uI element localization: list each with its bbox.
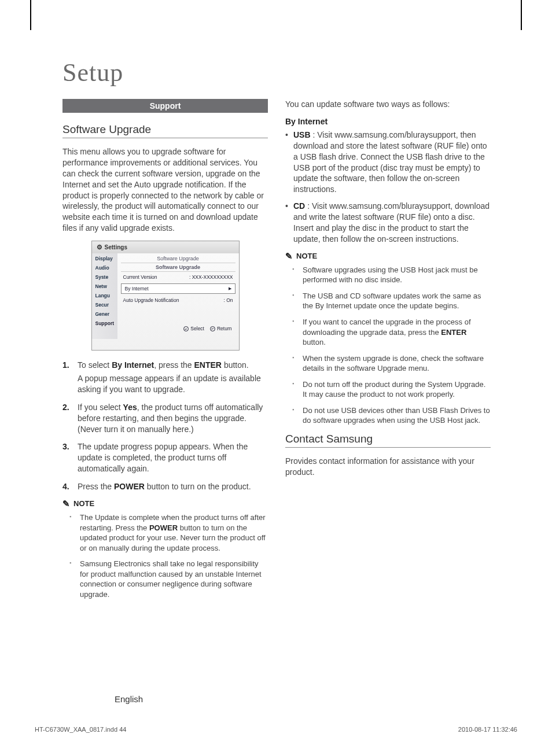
ui-current-version-value: : XXX-XXXXXXXXX [189,274,233,280]
left-column: Support Software Upgrade This menu allow… [62,99,268,606]
ui-nav-network: Netw [95,283,117,289]
footer-file-info: HT-C6730W_XAA_0817.indd 44 [35,726,126,733]
ui-return-hint: ↶Return [210,326,232,331]
ui-nav-security: Secur [95,302,117,308]
heading-software-upgrade: Software Upgrade [62,123,268,138]
intro-paragraph: This menu allows you to upgrade software… [62,146,268,234]
language-footer: English [115,694,143,704]
ui-nav-system: Syste [95,274,117,280]
section-bar-support: Support [62,99,268,113]
heading-contact-samsung: Contact Samsung [285,433,491,448]
ui-main-heading1: Software Upgrade [121,255,235,263]
note-heading-right: ✎ NOTE [285,252,491,260]
ui-by-internet-row: By Internet ▶ [121,283,235,294]
ui-title-text: Settings [105,244,127,250]
ui-nav-display: Display [95,256,117,261]
ui-select-hint: ↵Select [183,326,204,331]
gear-icon: ⚙ [97,244,102,250]
bullet-cd: CD : Visit www.samsung.com/bluraysupport… [285,201,491,245]
note-r-6: Do not use USB devices other than USB Fl… [292,405,491,426]
ui-nav-support: Support [95,320,117,326]
ui-nav-general: Gener [95,311,117,317]
ui-nav-language: Langu [95,293,117,298]
step-3: The update progress popup appears. When … [62,441,268,474]
step-4: Press the POWER button to turn on the pr… [62,481,268,492]
return-icon: ↶ [210,326,215,331]
note-heading-left: ✎ NOTE [62,499,268,508]
triangle-right-icon: ▶ [229,286,231,291]
ui-auto-notif-value: : On [223,297,233,303]
enter-icon: ↵ [183,326,189,331]
settings-screenshot: ⚙ Settings Display Audio Syste Netw Lang… [91,241,240,351]
page-title: Setup [62,58,491,87]
note-icon: ✎ [285,252,293,260]
note-r-2: The USB and CD software updates work the… [292,291,491,311]
ui-auto-notif-label: Auto Upgrade Notification [123,297,179,303]
ui-titlebar: ⚙ Settings [92,241,239,253]
note-r-3: If you want to cancel the upgrade in the… [292,317,491,348]
steps-list: To select By Internet, press the ENTER b… [62,360,268,492]
ui-current-version-label: Current Version [123,274,157,280]
right-intro: You can update software two ways as foll… [285,99,491,110]
ui-nav-audio: Audio [95,265,117,271]
note-r-4: When the system upgrade is done, check t… [292,353,491,374]
footer-timestamp: 2010-08-17 11:32:46 [458,726,517,733]
note-left-1: The Update is complete when the product … [69,512,268,553]
note-r-5: Do not turn off the product during the S… [292,379,491,400]
ui-by-internet-label: By Internet [125,286,149,292]
bullet-usb: USB : Visit www.samsung.com/bluraysuppor… [285,130,491,195]
contact-paragraph: Provides contact information for assista… [285,456,491,478]
by-internet-heading: By Internet [285,117,491,126]
step-1: To select By Internet, press the ENTER b… [62,360,268,395]
note-r-1: Software upgrades using the USB Host jac… [292,265,491,285]
ui-main-heading2: Software Upgrade [121,263,235,272]
step-2: If you select Yes, the product turns off… [62,402,268,435]
note-left-2: Samsung Electronics shall take no legal … [69,559,268,599]
ui-nav: Display Audio Syste Netw Langu Secur Gen… [92,253,117,339]
right-column: You can update software two ways as foll… [285,99,491,606]
note-icon: ✎ [62,499,70,508]
